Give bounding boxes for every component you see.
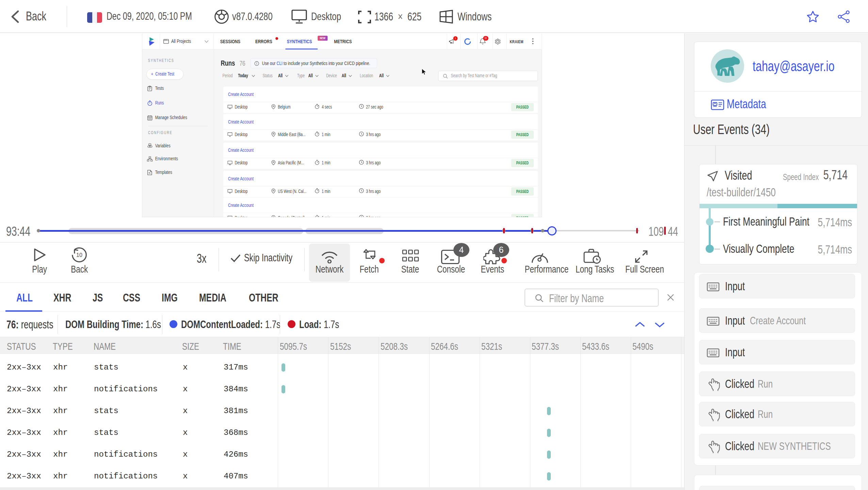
svg-text:10: 10 (76, 252, 82, 258)
